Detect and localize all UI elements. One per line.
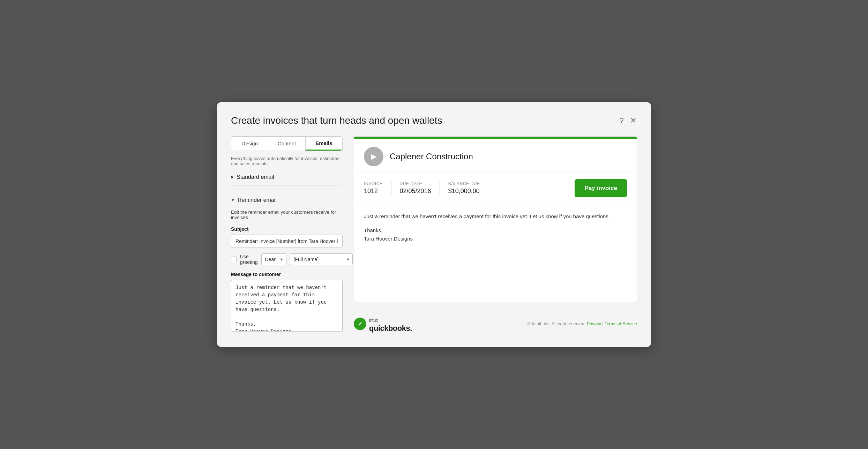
company-avatar: ▶ — [364, 147, 383, 166]
invoice-info-row: INVOICE 1012 DUE DATE 02/05/2016 BALANCE… — [354, 173, 637, 204]
use-greeting-checkbox[interactable] — [231, 257, 237, 262]
quickbooks-logo: ✓ intuitquickbooks. — [354, 315, 412, 333]
preview-message: Just a reminder that we haven't received… — [354, 204, 637, 253]
dear-select-wrap: Dear Hi Hello ▼ — [261, 253, 286, 265]
reminder-email-arrow: ▼ — [231, 198, 235, 202]
due-date-value: 02/05/2016 — [400, 188, 431, 195]
reminder-email-label: Reminder email — [238, 197, 277, 203]
tab-emails[interactable]: Emails — [306, 137, 342, 151]
qb-logo-text: intuitquickbooks. — [369, 315, 412, 333]
privacy-link[interactable]: Privacy — [587, 321, 601, 326]
due-date-label: DUE DATE — [400, 181, 431, 186]
company-name: Caplener Construction — [390, 152, 473, 161]
close-button[interactable]: ✕ — [629, 116, 637, 125]
balance-due-cell: BALANCE DUE $10,000.00 — [448, 181, 488, 195]
fullname-select[interactable]: [Full Name] [First Name] [Last Name] — [290, 253, 353, 265]
invoice-cell: INVOICE 1012 — [364, 181, 391, 195]
preview-thanks: Thanks,Tara Hoover Designs — [364, 226, 627, 243]
preview-msg-text: Just a reminder that we haven't received… — [364, 212, 627, 221]
preview-company-row: ▶ Caplener Construction — [354, 139, 637, 173]
fullname-select-wrap: [Full Name] [First Name] [Last Name] ▼ — [290, 253, 353, 265]
left-panel: Design Content Emails Everything saves a… — [231, 136, 343, 333]
avatar-icon: ▶ — [371, 152, 377, 161]
help-button[interactable]: ? — [619, 116, 624, 125]
tab-content[interactable]: Content — [268, 137, 305, 151]
footer: ✓ intuitquickbooks. © Intuit, Inc. All r… — [354, 312, 637, 333]
balance-due-label: BALANCE DUE — [448, 181, 480, 186]
modal-body: Design Content Emails Everything saves a… — [231, 136, 637, 333]
auto-save-note: Everything saves automatically for invoi… — [231, 156, 343, 166]
standard-email-label: Standard email — [237, 174, 274, 180]
invoice-value: 1012 — [364, 188, 383, 195]
due-date-cell: DUE DATE 02/05/2016 — [400, 181, 440, 195]
greeting-row: Use greeting Dear Hi Hello ▼ [Full Name]… — [231, 253, 343, 265]
modal-header: Create invoices that turn heads and open… — [231, 115, 637, 127]
dear-select[interactable]: Dear Hi Hello — [261, 253, 286, 265]
modal-title: Create invoices that turn heads and open… — [231, 115, 442, 127]
preview-card: ▶ Caplener Construction INVOICE 1012 DUE… — [354, 136, 637, 302]
terms-link[interactable]: Terms of Service — [605, 321, 637, 326]
pay-invoice-button[interactable]: Pay invoice — [575, 179, 627, 197]
reminder-email-header[interactable]: ▼ Reminder email — [231, 197, 343, 208]
standard-email-divider — [231, 192, 343, 192]
preview-green-bar — [354, 137, 637, 139]
copyright-text: © Intuit, Inc. All right reserved. — [527, 321, 586, 326]
modal-container: Create invoices that turn heads and open… — [217, 102, 651, 347]
use-greeting-label: Use greeting — [240, 254, 258, 265]
qb-logo-circle: ✓ — [354, 318, 366, 330]
right-panel: ▶ Caplener Construction INVOICE 1012 DUE… — [354, 136, 637, 333]
subject-input[interactable] — [231, 235, 343, 248]
tabs-container: Design Content Emails — [231, 136, 343, 151]
reminder-email-section: ▼ Reminder email Edit the reminder email… — [231, 197, 343, 333]
standard-email-arrow: ▶ — [231, 175, 234, 179]
modal-actions: ? ✕ — [619, 115, 637, 125]
reminder-description: Edit the reminder email your customers r… — [231, 210, 343, 220]
invoice-label: INVOICE — [364, 181, 383, 186]
footer-links: © Intuit, Inc. All right reserved. Priva… — [527, 321, 637, 326]
message-label: Message to customer — [231, 272, 343, 277]
tab-design[interactable]: Design — [231, 137, 268, 151]
message-textarea[interactable]: Just a reminder that we haven't received… — [231, 280, 343, 332]
qb-logo-icon: ✓ — [358, 320, 362, 327]
standard-email-header[interactable]: ▶ Standard email — [231, 174, 343, 185]
subject-label: Subject — [231, 226, 343, 232]
balance-due-value: $10,000.00 — [448, 188, 480, 195]
